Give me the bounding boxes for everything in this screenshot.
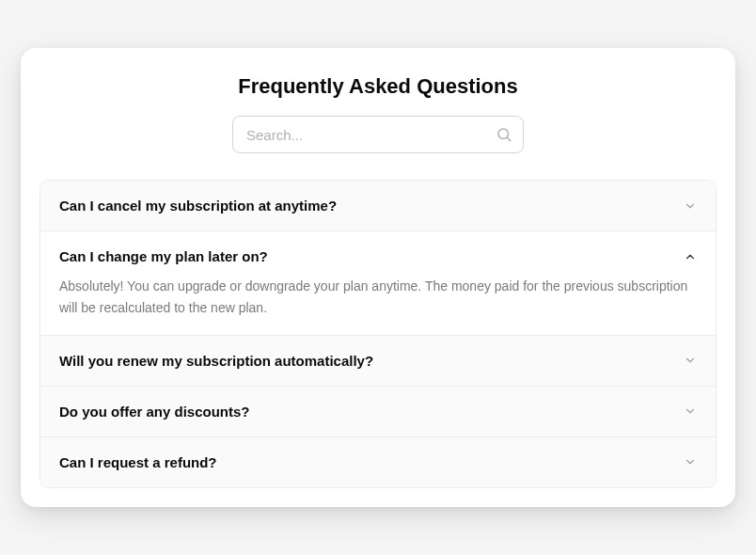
faq-list: Can I cancel my subscription at anytime?…: [39, 180, 717, 488]
faq-toggle[interactable]: Can I change my plan later on?: [40, 231, 716, 276]
faq-toggle[interactable]: Do you offer any discounts?: [40, 387, 716, 436]
faq-item: Can I change my plan later on? Absolutel…: [40, 231, 716, 336]
faq-toggle[interactable]: Will you renew my subscription automatic…: [40, 336, 716, 386]
faq-question: Can I request a refund?: [59, 454, 217, 470]
faq-item: Can I request a refund?: [40, 437, 716, 487]
chevron-down-icon: [684, 354, 697, 367]
faq-question: Can I cancel my subscription at anytime?: [59, 198, 337, 214]
search-input[interactable]: [232, 116, 524, 153]
chevron-down-icon: [684, 455, 697, 468]
page-title: Frequently Asked Questions: [39, 74, 717, 99]
faq-question: Do you offer any discounts?: [59, 404, 250, 420]
chevron-down-icon: [684, 404, 697, 418]
faq-item: Do you offer any discounts?: [40, 387, 716, 437]
search-box: [232, 116, 524, 153]
faq-toggle[interactable]: Can I cancel my subscription at anytime?: [40, 181, 716, 230]
chevron-down-icon: [684, 199, 697, 213]
faq-toggle[interactable]: Can I request a refund?: [40, 437, 716, 487]
search-container: [39, 116, 717, 153]
faq-question: Will you renew my subscription automatic…: [59, 353, 373, 369]
faq-answer: Absolutely! You can upgrade or downgrade…: [40, 276, 716, 335]
chevron-up-icon: [684, 250, 697, 263]
faq-item: Will you renew my subscription automatic…: [40, 336, 716, 387]
faq-item: Can I cancel my subscription at anytime?: [40, 181, 716, 231]
faq-card: Frequently Asked Questions Can I cancel …: [21, 48, 735, 507]
faq-question: Can I change my plan later on?: [59, 248, 268, 264]
